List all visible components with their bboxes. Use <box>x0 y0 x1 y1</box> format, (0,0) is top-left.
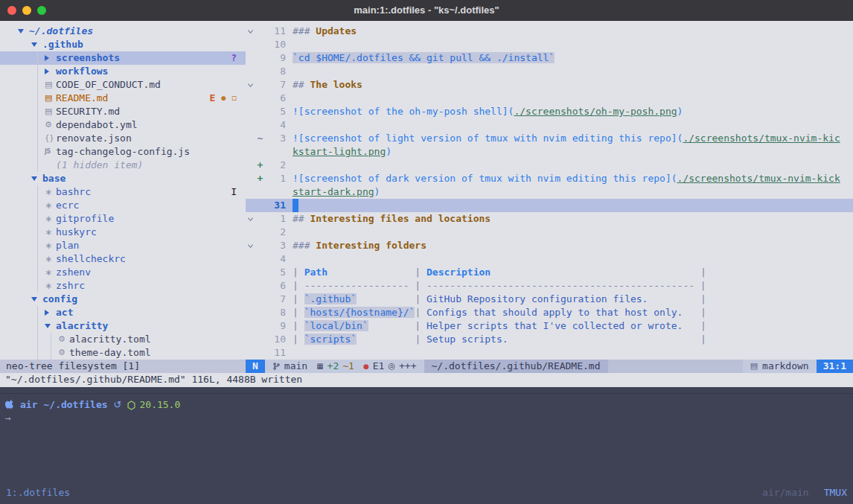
syntax-p: | <box>491 267 706 278</box>
editor-text <box>286 199 298 212</box>
syntax-p: | <box>357 334 426 345</box>
tree-item-status-marks: E●◻ <box>210 92 237 105</box>
editor-line[interactable]: 4 <box>246 252 853 266</box>
nvim-pane: ~/.dotfiles.githubscreenshots?workflows▤… <box>0 21 853 387</box>
editor-line[interactable]: 6 <box>246 92 853 105</box>
editor-line[interactable]: +1![screenshot of dark version of tmux w… <box>246 172 853 185</box>
syntax-p: | <box>683 307 706 318</box>
statusline-filepath: ~/.dotfiles/.github/README.md <box>424 360 608 373</box>
diff-icon: ▦ <box>316 360 323 373</box>
editor-line[interactable]: 7## The looks <box>246 78 853 92</box>
editor-text: start-dark.png) <box>286 185 380 199</box>
editor-line[interactable]: 6| ------------------ | ----------------… <box>246 279 853 293</box>
editor-text: ![screenshot of dark version of tmux wit… <box>286 172 840 185</box>
fold-column <box>246 306 255 319</box>
editor-line[interactable]: +2 <box>246 159 853 172</box>
fold-column <box>246 293 255 306</box>
syntax-c: `cd $HOME/.dotfiles && git pull && ./ins… <box>293 52 555 63</box>
editor-text <box>286 92 293 105</box>
shell-prompt: air ~/.dotfiles ↺ 20.15.0 <box>5 398 180 412</box>
tree-item-config[interactable]: config <box>0 293 246 306</box>
syntax-u: start-dark.png <box>293 186 374 197</box>
fold-chevron-icon <box>246 212 255 226</box>
sign-column <box>255 51 265 65</box>
terminal-window: main:1:.dotfiles - "ks~/.dotfiles" ~/.do… <box>0 0 853 504</box>
fold-column <box>246 346 255 360</box>
shell-file-icon: ∗ <box>45 226 56 239</box>
fold-column <box>246 145 255 159</box>
syntax-p: | ------------------ | -----------------… <box>293 280 706 291</box>
tree-item-label: ecrc <box>56 199 79 212</box>
js-file-icon: JS <box>45 145 56 159</box>
tree-item-base[interactable]: base <box>0 172 246 185</box>
editor-line[interactable]: 5| Path | Description | <box>246 266 853 279</box>
editor-line[interactable]: 3### Interesting folders <box>246 239 853 252</box>
sign-column <box>255 306 265 319</box>
tree-item-label: alacritty <box>56 319 108 333</box>
fold-column <box>246 65 255 78</box>
syntax-t: GitHub Repository configuration files. <box>426 293 648 304</box>
tmux-window-item[interactable]: 1:.dotfiles <box>6 485 70 500</box>
node-version-segment: 20.15.0 <box>127 398 180 412</box>
line-number: 9 <box>265 51 286 65</box>
editor-line[interactable]: 8| `hosts/{hostname}/`| Configs that sho… <box>246 306 853 319</box>
prompt-path: ~/.dotfiles <box>43 398 107 412</box>
tree-item-label: .github <box>42 38 83 51</box>
editor-line[interactable]: 9| `local/bin` | Helper scripts that I'v… <box>246 319 853 333</box>
line-number: 7 <box>265 78 286 92</box>
editor-line[interactable]: 2 <box>246 226 853 239</box>
tmux-pane-divider[interactable] <box>0 393 853 394</box>
toml-file-icon: ⚙ <box>58 333 69 346</box>
branch-icon <box>272 362 281 371</box>
editor-line[interactable]: kstart-light.png) <box>246 145 853 159</box>
minimize-button[interactable] <box>22 6 31 15</box>
editor-text: ### Updates <box>286 25 357 38</box>
fold-column <box>246 185 255 199</box>
traffic-lights <box>7 6 46 15</box>
editor-text: | `scripts` | Setup scripts. | <box>286 333 706 346</box>
sign-column <box>255 319 265 333</box>
prompt-arrow[interactable]: → <box>5 412 11 425</box>
tree-item-label: tag-changelog-config.js <box>56 145 190 159</box>
tree-item-dotfiles[interactable]: ~/.dotfiles <box>0 25 246 38</box>
syntax-l: ) <box>374 186 380 197</box>
hint-count: +++ <box>399 360 416 373</box>
editor-line[interactable]: 5![screenshot of the oh-my-posh shell](.… <box>246 105 853 118</box>
syntax-p: | <box>357 293 426 304</box>
editor-line[interactable]: 7| `.github` | GitHub Repository configu… <box>246 293 853 306</box>
error-icon: ● <box>363 360 369 373</box>
statusline-info: main ▦ +2 ~1 ● E1 ◎ +++ <box>265 360 424 373</box>
titlebar: main:1:.dotfiles - "ks~/.dotfiles" <box>0 0 853 21</box>
editor-line[interactable]: 10 <box>246 38 853 51</box>
editor-line[interactable]: 1## Interesting files and locations <box>246 212 853 226</box>
tree-item-github[interactable]: .github <box>0 38 246 51</box>
fold-chevron-icon <box>246 239 255 252</box>
syntax-t: Configs that should apply to that host o… <box>426 307 683 318</box>
editor-text: | `hosts/{hostname}/`| Configs that shou… <box>286 306 706 319</box>
editor-line[interactable]: 8 <box>246 65 853 78</box>
shell-file-icon: ∗ <box>45 185 56 199</box>
fold-chevron-icon <box>246 25 255 38</box>
editor-line[interactable]: 11 <box>246 346 853 360</box>
editor-line[interactable]: 31 <box>246 199 853 212</box>
editor-text: ## The looks <box>286 78 362 92</box>
editor-line[interactable]: 4 <box>246 118 853 132</box>
sign-column <box>255 226 265 239</box>
tree-item-label: SECURITY.md <box>56 105 120 118</box>
editor-line[interactable]: 10| `scripts` | Setup scripts. | <box>246 333 853 346</box>
zoom-button[interactable] <box>37 6 46 15</box>
sign-column <box>255 266 265 279</box>
indent-guide <box>51 333 51 360</box>
syntax-p: ### <box>293 25 316 36</box>
fold-column <box>246 199 255 212</box>
close-button[interactable] <box>7 6 16 15</box>
indent-guide <box>37 306 38 360</box>
editor-line[interactable]: 9`cd $HOME/.dotfiles && git pull && ./in… <box>246 51 853 65</box>
sign-column <box>255 333 265 346</box>
tmux-badge: TMUX <box>824 485 847 500</box>
editor-line[interactable]: start-dark.png) <box>246 185 853 199</box>
editor-line[interactable]: 11### Updates <box>246 25 853 38</box>
editor-buffer[interactable]: 11### Updates 10 9`cd $HOME/.dotfiles &&… <box>246 25 853 360</box>
editor-line[interactable]: ~3![screenshot of light version of tmux … <box>246 132 853 145</box>
syntax-h: Interesting folders <box>316 240 426 251</box>
